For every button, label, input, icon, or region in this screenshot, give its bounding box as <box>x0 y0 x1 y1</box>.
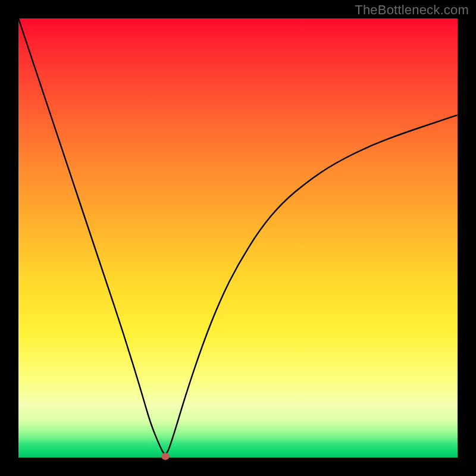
minimum-marker-icon <box>161 453 170 460</box>
plot-area <box>18 18 458 458</box>
watermark-text: TheBottleneck.com <box>355 2 469 18</box>
curve-path <box>18 18 458 454</box>
chart-frame: TheBottleneck.com <box>0 0 476 476</box>
bottleneck-curve <box>18 18 458 458</box>
